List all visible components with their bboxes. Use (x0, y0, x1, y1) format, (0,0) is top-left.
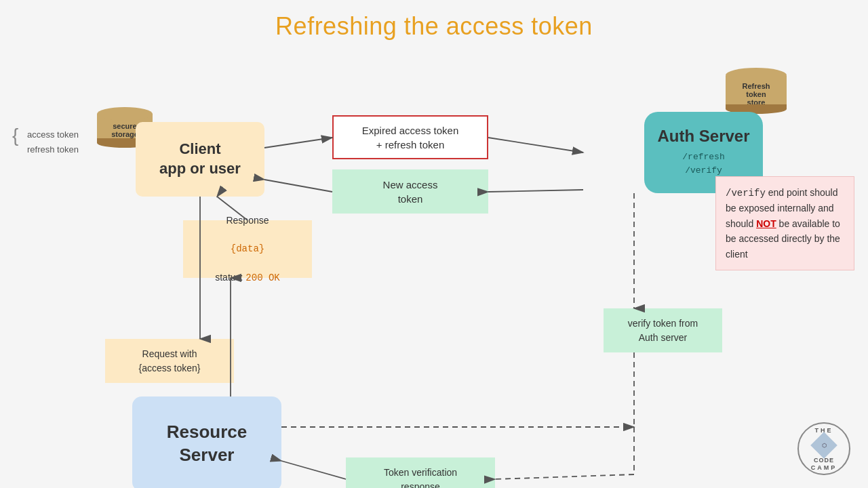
rt-cyl-top (726, 68, 787, 83)
client-box: Client app or user (136, 122, 264, 197)
brace-labels: access token refresh token (27, 127, 79, 157)
info-note-box: /verify end point should be exposed inte… (715, 176, 854, 270)
cyl-top (97, 107, 153, 121)
page-title: Refreshing the access token (0, 0, 868, 41)
auth-server-routes: /refresh/verify (682, 150, 724, 179)
svg-line-16 (495, 474, 634, 479)
response-data: {data} (231, 242, 264, 256)
brace-symbol: { (12, 125, 18, 146)
svg-line-6 (488, 190, 583, 192)
diagram: { access token refresh token securestora… (0, 47, 868, 488)
new-access-token-box: New accesstoken (332, 169, 488, 214)
verify-token-box: verify token fromAuth server (604, 308, 722, 352)
svg-line-15 (281, 461, 346, 479)
svg-line-4 (264, 138, 332, 148)
auth-server-title: Auth Server (657, 127, 749, 146)
logo-circle: THE ⬡ CODE CAMP (797, 422, 850, 475)
svg-line-5 (488, 138, 583, 152)
expired-token-box: Expired access token+ refresh token (332, 115, 488, 159)
request-box: Request with{access token} (105, 339, 234, 383)
svg-line-7 (264, 180, 332, 192)
resource-server-box: ResourceServer (132, 396, 281, 488)
logo: THE ⬡ CODE CAMP (797, 422, 851, 476)
token-verification-response-box: Token verificationresponse (346, 458, 495, 488)
response-box: Response {data} status: 200 OK (183, 220, 312, 278)
response-status: 200 OK (245, 272, 279, 283)
